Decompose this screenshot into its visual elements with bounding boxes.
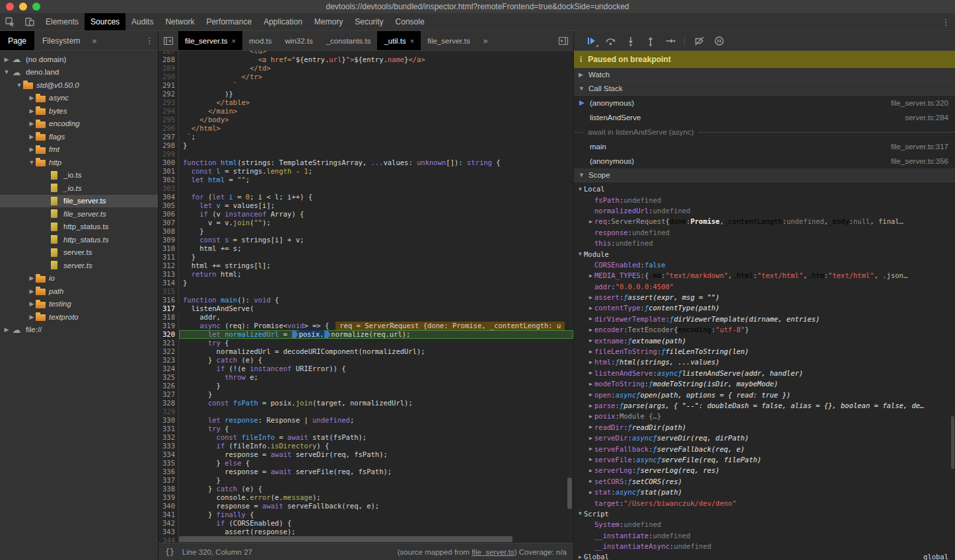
line-number-339[interactable]: 339 xyxy=(159,493,179,502)
tab-elements[interactable]: Elements xyxy=(40,13,85,30)
tab-performance[interactable]: Performance xyxy=(200,13,258,30)
line-number-314[interactable]: 314 xyxy=(159,279,179,287)
chevron-right-icon[interactable]: ▶ xyxy=(28,300,36,307)
line-number-317[interactable]: 317 xyxy=(159,304,179,313)
editor-tab-_constants.ts[interactable]: _constants.ts xyxy=(320,31,378,50)
scope-variable-serverlog[interactable]: ▶serverLog: ƒ serverLog(req, res) xyxy=(574,465,955,475)
editor-tab-file_server.ts[interactable]: file_server.ts× xyxy=(178,31,242,50)
line-number-296[interactable]: 296 xyxy=(159,124,179,133)
scope-variable-servefallback[interactable]: ▶serveFallback: ƒ serveFallback(req, e) xyxy=(574,443,955,454)
chevron-right-icon[interactable]: ▶ xyxy=(587,273,594,279)
close-icon[interactable]: × xyxy=(232,37,236,45)
line-number-293[interactable]: 293 xyxy=(159,98,179,107)
tab-console[interactable]: Console xyxy=(390,13,431,30)
line-number-300[interactable]: 300 xyxy=(159,158,179,167)
scope-variable-req[interactable]: ▶req: ServerRequest {done: Promise, _con… xyxy=(574,216,955,227)
line-number-342[interactable]: 342 xyxy=(159,519,179,528)
line-number-341[interactable]: 341 xyxy=(159,510,179,519)
scope-variable-modetostring[interactable]: ▶modeToString: ƒ modeToString(isDir, may… xyxy=(574,378,955,389)
chevron-right-icon[interactable]: ▶ xyxy=(587,370,594,376)
chevron-right-icon[interactable]: ▶ xyxy=(587,413,594,419)
chevron-right-icon[interactable]: ▶ xyxy=(28,146,36,153)
scope-variable-posix[interactable]: ▶posix: Module {…} xyxy=(574,411,955,421)
chevron-right-icon[interactable]: ▶ xyxy=(587,403,594,409)
line-number-344[interactable]: 344 xyxy=(159,536,179,543)
navigator-tab-page[interactable]: Page xyxy=(0,31,34,50)
scope-variable-servefile[interactable]: ▶serveFile: async ƒ serveFile(req, fileP… xyxy=(574,454,955,465)
horizontal-scrollbar[interactable] xyxy=(179,536,513,542)
editor-tab-_util.ts[interactable]: _util.ts× xyxy=(377,31,421,50)
scope-variable-servedir[interactable]: ▶serveDir: async ƒ serveDir(req, dirPath… xyxy=(574,433,955,443)
tab-memory[interactable]: Memory xyxy=(308,13,349,30)
line-number-288[interactable]: 288 xyxy=(159,55,179,64)
step-over-button[interactable] xyxy=(602,34,619,48)
scope-section-global[interactable]: ▶Globalglobal xyxy=(574,551,955,560)
line-number-340[interactable]: 340 xyxy=(159,502,179,510)
step-out-button[interactable] xyxy=(641,34,659,48)
line-number-325[interactable]: 325 xyxy=(159,373,179,382)
call-stack-frame[interactable]: mainfile_server.ts:317 xyxy=(574,139,955,154)
tree-item-encoding[interactable]: ▶encoding xyxy=(0,118,158,131)
chevron-right-icon[interactable]: ▶ xyxy=(587,392,594,398)
line-number-323[interactable]: 323 xyxy=(159,356,179,365)
editor-tabs-overflow-icon[interactable]: » xyxy=(477,31,495,50)
tree-item-_io.ts[interactable]: _io.ts xyxy=(0,182,158,195)
tree-item-textproto[interactable]: ▶textproto xyxy=(0,310,158,324)
deactivate-breakpoints-button[interactable] xyxy=(690,34,708,48)
tree-item-bytes[interactable]: ▶bytes xyxy=(0,104,158,118)
line-number-324[interactable]: 324 xyxy=(159,365,179,373)
line-number-335[interactable]: 335 xyxy=(159,459,179,468)
tree-item-http_status.ts[interactable]: http_status.ts xyxy=(0,221,158,234)
tree-item-path[interactable]: ▶path xyxy=(0,285,158,298)
line-number-329[interactable]: 329 xyxy=(159,407,179,416)
call-stack-frame[interactable]: (anonymous)file_server.ts:356 xyxy=(574,154,955,168)
chevron-right-icon[interactable]: ▶ xyxy=(28,94,36,101)
scope-variable-listenandserve[interactable]: ▶listenAndServe: async ƒ listenAndServe(… xyxy=(574,368,955,378)
chevron-right-icon[interactable]: ▶ xyxy=(28,275,36,281)
more-options-icon[interactable]: ⋮ xyxy=(937,13,955,30)
line-number-333[interactable]: 333 xyxy=(159,442,179,450)
line-number-330[interactable]: 330 xyxy=(159,416,179,425)
inline-breakpoint-icon[interactable] xyxy=(324,331,330,338)
chevron-right-icon[interactable]: ▶ xyxy=(28,133,36,140)
line-number-319[interactable]: 319 xyxy=(159,322,179,330)
tab-application[interactable]: Application xyxy=(258,13,308,30)
tree-item-flags[interactable]: ▶flags xyxy=(0,130,158,143)
scope-variable-extname[interactable]: ▶extname: ƒ extname(path) xyxy=(574,335,955,345)
tree-item-http[interactable]: ▼http xyxy=(0,156,158,169)
line-number-295[interactable]: 295 xyxy=(159,116,179,124)
line-number-305[interactable]: 305 xyxy=(159,201,179,210)
line-number-297[interactable]: 297 xyxy=(159,133,179,141)
line-number-315[interactable]: 315 xyxy=(159,287,179,296)
scope-variable-assert[interactable]: ▶assert: ƒ assert(expr, msg = "") xyxy=(574,292,955,302)
chevron-right-icon[interactable]: ▶ xyxy=(28,288,36,295)
chevron-right-icon[interactable]: ▶ xyxy=(587,478,594,484)
chevron-right-icon[interactable]: ▶ xyxy=(587,295,594,300)
tree-item-deno.land[interactable]: ▼☁deno.land xyxy=(0,66,158,79)
tree-item-fmt[interactable]: ▶fmt xyxy=(0,143,158,157)
editor-tab-file_server.ts[interactable]: file_server.ts xyxy=(421,31,477,50)
scope-variable-setcors[interactable]: ▶setCORS: ƒ setCORS(res) xyxy=(574,476,955,487)
line-number-302[interactable]: 302 xyxy=(159,176,179,184)
line-number-326[interactable]: 326 xyxy=(159,382,179,390)
source-map-link[interactable]: file_server.ts xyxy=(472,548,514,556)
tree-item-async[interactable]: ▶async xyxy=(0,92,158,105)
sidebar-scrollbar[interactable] xyxy=(951,416,954,469)
pretty-print-icon[interactable]: {} xyxy=(165,547,174,557)
tab-network[interactable]: Network xyxy=(159,13,200,30)
chevron-right-icon[interactable]: ▶ xyxy=(3,56,11,63)
line-number-308[interactable]: 308 xyxy=(159,227,179,236)
scope-variable-readdir[interactable]: ▶readDir: ƒ readDir(path) xyxy=(574,422,955,433)
step-button[interactable] xyxy=(661,34,679,48)
line-number-336[interactable]: 336 xyxy=(159,468,179,476)
chevron-right-icon[interactable]: ▶ xyxy=(3,326,11,333)
line-number-304[interactable]: 304 xyxy=(159,193,179,201)
line-number-321[interactable]: 321 xyxy=(159,339,179,347)
tree-item-_io.ts[interactable]: _io.ts xyxy=(0,169,158,182)
tree-item-file_server.ts[interactable]: file_server.ts xyxy=(0,195,158,208)
scope-section-script[interactable]: ▼Script xyxy=(574,508,955,519)
chevron-right-icon[interactable]: ▶ xyxy=(587,489,594,495)
tree-item-server.ts[interactable]: server.ts xyxy=(0,259,158,272)
chevron-right-icon[interactable]: ▶ xyxy=(587,381,594,387)
scope-variable-filelentostring[interactable]: ▶fileLenToString: ƒ fileLenToString(len) xyxy=(574,346,955,357)
